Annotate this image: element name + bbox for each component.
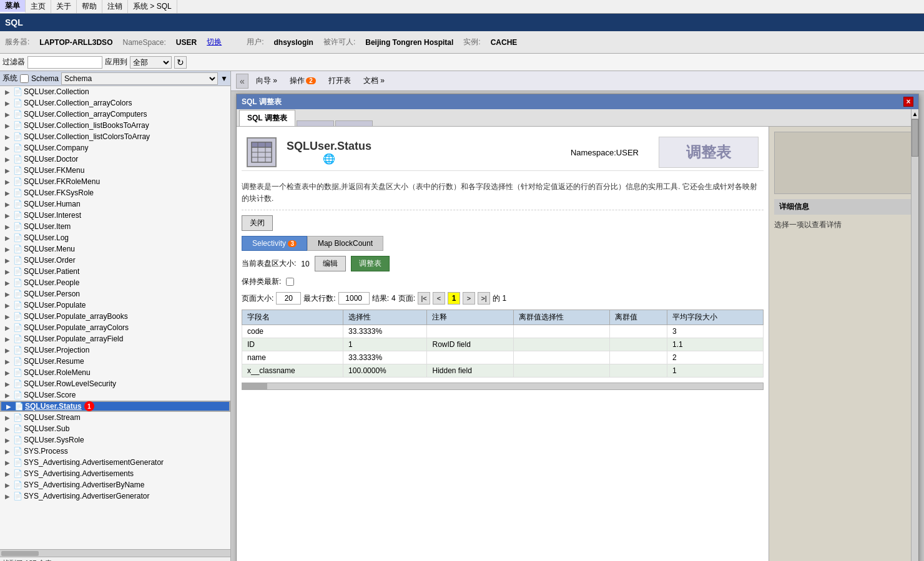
switch-link[interactable]: 切换 [207, 37, 222, 47]
prev-page-button[interactable]: < [433, 292, 445, 305]
expand-icon-18[interactable]: ▶ [2, 289, 12, 299]
expand-icon-10[interactable]: ▶ [2, 199, 12, 209]
tree-item-26[interactable]: ▶ 📄 SQLUser.RowLevelSecurity [0, 378, 230, 389]
expand-icon-30[interactable]: ▶ [2, 424, 12, 434]
tree-item-24[interactable]: ▶ 📄 SQLUser.Resume [0, 356, 230, 367]
tree-item-6[interactable]: ▶ 📄 SQLUser.Doctor [0, 154, 230, 165]
expand-icon-15[interactable]: ▶ [2, 255, 12, 265]
tree-item-9[interactable]: ▶ 📄 SQLUser.FKSysRole [0, 187, 230, 198]
expand-icon-16[interactable]: ▶ [2, 266, 12, 276]
tree-item-12[interactable]: ▶ 📄 SQLUser.Item [0, 221, 230, 232]
tree-item-27[interactable]: ▶ 📄 SQLUser.Score [0, 389, 230, 401]
keep-current-checkbox[interactable] [286, 278, 294, 286]
max-rows-input[interactable] [338, 292, 370, 305]
table-row-2[interactable]: name 33.3333% 2 [242, 351, 764, 364]
expand-icon-23[interactable]: ▶ [2, 345, 12, 355]
tree-item-22[interactable]: ▶ 📄 SQLUser.Populate_arrayField [0, 333, 230, 344]
expand-icon-36[interactable]: ▶ [2, 491, 12, 501]
tree-item-33[interactable]: ▶ 📄 SYS_Advertising.AdvertisementGenerat… [0, 457, 230, 468]
nav-item-open-table[interactable]: 打开表 [323, 74, 356, 87]
tree-item-19[interactable]: ▶ 📄 SQLUser.Populate [0, 300, 230, 311]
expand-icon-6[interactable]: ▶ [2, 154, 12, 164]
tree-item-5[interactable]: ▶ 📄 SQLUser.Company [0, 142, 230, 154]
window-tab-0[interactable]: SQL 调整表 [239, 110, 295, 126]
expand-icon-13[interactable]: ▶ [2, 233, 12, 243]
tree-item-7[interactable]: ▶ 📄 SQLUser.FKMenu [0, 165, 230, 176]
first-page-button[interactable]: |< [418, 292, 430, 305]
menu-item-help[interactable]: 帮助 [77, 0, 102, 13]
menu-item-caidan[interactable]: 菜单 [0, 0, 26, 13]
table-row-3[interactable]: x__classname 100.0000% Hidden field 1 [242, 364, 764, 378]
expand-icon-25[interactable]: ▶ [2, 368, 12, 378]
expand-icon-2[interactable]: ▶ [2, 109, 12, 119]
apply-select[interactable]: 全部 Schema 用户 系统 [130, 56, 172, 69]
expand-icon-21[interactable]: ▶ [2, 323, 12, 333]
tree-item-23[interactable]: ▶ 📄 SQLUser.Projection [0, 344, 230, 356]
expand-icon-12[interactable]: ▶ [2, 222, 12, 232]
tree-item-4[interactable]: ▶ 📄 SQLUser.Collection_listColorsToArray [0, 131, 230, 142]
expand-icon-35[interactable]: ▶ [2, 480, 12, 490]
expand-icon-32[interactable]: ▶ [2, 446, 12, 456]
expand-icon-11[interactable]: ▶ [2, 210, 12, 220]
expand-icon-27[interactable]: ▶ [2, 390, 12, 400]
expand-icon-4[interactable]: ▶ [2, 132, 12, 142]
expand-icon-7[interactable]: ▶ [2, 165, 12, 175]
menu-item-about[interactable]: 关于 [51, 0, 77, 13]
expand-icon-28[interactable]: ▶ [4, 401, 14, 411]
table-row-1[interactable]: ID 1 RowID field 1.1 [242, 338, 764, 351]
tree-item-29[interactable]: ▶ 📄 SQLUser.Stream [0, 412, 230, 423]
sql-window-close-button[interactable]: × [903, 97, 913, 107]
tune-button[interactable]: 调整表 [351, 256, 390, 271]
next-page-button[interactable]: > [463, 292, 475, 305]
tree-item-21[interactable]: ▶ 📄 SQLUser.Populate_arrayColors [0, 322, 230, 333]
filter-input[interactable] [27, 56, 102, 69]
expand-icon-0[interactable]: ▶ [2, 87, 12, 97]
menu-item-logout[interactable]: 注销 [102, 0, 128, 13]
tree-item-1[interactable]: ▶ 📄 SQLUser.Collection_arrayColors [0, 97, 230, 109]
tree-item-0[interactable]: ▶ 📄 SQLUser.Collection [0, 86, 230, 97]
expand-icon-5[interactable]: ▶ [2, 143, 12, 153]
tree-item-11[interactable]: ▶ 📄 SQLUser.Interest [0, 210, 230, 221]
tree-item-2[interactable]: ▶ 📄 SQLUser.Collection_arrayComputers [0, 109, 230, 120]
edit-button[interactable]: 编辑 [315, 256, 346, 271]
tree-item-30[interactable]: ▶ 📄 SQLUser.Sub [0, 423, 230, 434]
tree-item-18[interactable]: ▶ 📄 SQLUser.Person [0, 288, 230, 300]
tree-item-34[interactable]: ▶ 📄 SYS_Advertising.Advertisements [0, 468, 230, 479]
tree-item-3[interactable]: ▶ 📄 SQLUser.Collection_listBooksToArray [0, 120, 230, 131]
nav-collapse-button[interactable]: « [236, 74, 248, 89]
expand-icon-8[interactable]: ▶ [2, 177, 12, 187]
tree-item-13[interactable]: ▶ 📄 SQLUser.Log [0, 232, 230, 243]
window-tab-1[interactable] [297, 120, 334, 126]
expand-icon-14[interactable]: ▶ [2, 244, 12, 254]
translate-icon[interactable]: 🌐 [323, 153, 335, 165]
schema-select[interactable]: Schema [61, 72, 218, 85]
tree-item-32[interactable]: ▶ 📄 SYS.Process [0, 446, 230, 457]
tree-item-14[interactable]: ▶ 📄 SQLUser.Menu [0, 243, 230, 255]
expand-icon-3[interactable]: ▶ [2, 120, 12, 130]
expand-icon-34[interactable]: ▶ [2, 469, 12, 479]
menu-item-sys-sql[interactable]: 系统 > SQL [128, 0, 177, 13]
tree-item-35[interactable]: ▶ 📄 SYS_Advertising.AdvertiserByName [0, 479, 230, 490]
schema-checkbox[interactable] [20, 74, 29, 83]
tree-item-17[interactable]: ▶ 📄 SQLUser.People [0, 277, 230, 288]
nav-item-docs[interactable]: 文档 » [358, 74, 390, 87]
filter-refresh-button[interactable]: ↻ [174, 56, 187, 69]
nav-item-operate[interactable]: 操作 2 [285, 74, 321, 87]
tree-item-10[interactable]: ▶ 📄 SQLUser.Human [0, 198, 230, 210]
expand-icon-26[interactable]: ▶ [2, 379, 12, 389]
close-window-button[interactable]: 关闭 [242, 215, 273, 231]
tree-item-8[interactable]: ▶ 📄 SQLUser.FKRoleMenu [0, 176, 230, 187]
expand-icon-17[interactable]: ▶ [2, 278, 12, 288]
tree-item-28[interactable]: ▶ 📄 SQLUser.Status 1 [0, 401, 230, 412]
expand-icon-20[interactable]: ▶ [2, 311, 12, 321]
expand-icon-33[interactable]: ▶ [2, 457, 12, 467]
last-page-button[interactable]: >| [478, 292, 490, 305]
inner-tab-selectivity[interactable]: Selectivity 3 [242, 236, 307, 251]
tree-item-25[interactable]: ▶ 📄 SQLUser.RoleMenu [0, 367, 230, 378]
expand-icon-1[interactable]: ▶ [2, 98, 12, 108]
tree-item-20[interactable]: ▶ 📄 SQLUser.Populate_arrayBooks [0, 311, 230, 322]
expand-icon-29[interactable]: ▶ [2, 412, 12, 422]
page-size-input[interactable] [276, 292, 301, 305]
window-tab-2[interactable] [335, 120, 373, 126]
tree-item-31[interactable]: ▶ 📄 SQLUser.SysRole [0, 434, 230, 446]
